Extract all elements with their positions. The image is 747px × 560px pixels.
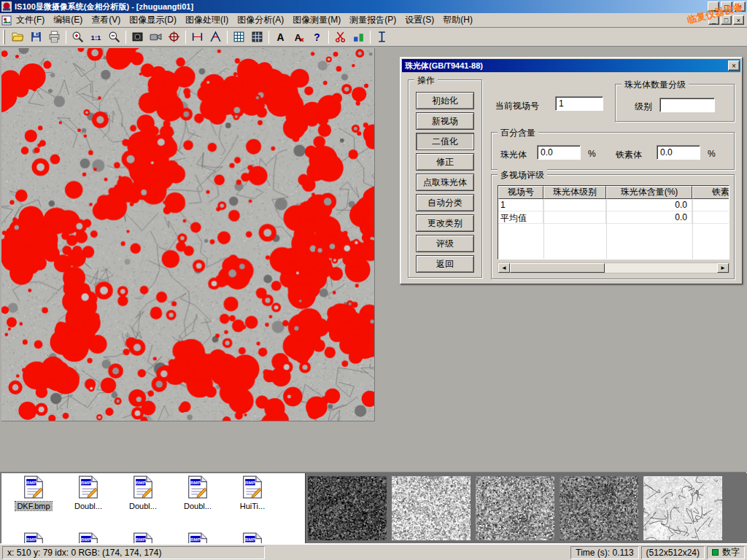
toolbar-separator [66,31,66,44]
op-button-return[interactable]: 返回 [416,255,474,273]
tool-help-button[interactable]: ? [308,29,326,45]
table-row-1[interactable]: 10.0 [498,199,729,211]
op-button-pick-pearlite[interactable]: 点取珠光体 [416,174,474,191]
menu-item-5[interactable]: 图像处理(I) [181,13,233,26]
file-item-Doubl...[interactable]: BMPDoubl... [62,475,115,511]
file-item-Doubl...[interactable]: BMPDoubl... [117,475,169,511]
micrograph-thumbnail-1[interactable] [308,476,387,540]
app-icon [1,1,12,12]
table-hscrollbar[interactable]: ◄ ► [498,262,729,273]
tool-target-button[interactable] [165,29,183,45]
table-cell [543,211,606,224]
tool-cut-button[interactable] [331,29,349,45]
file-item-clipped[interactable]: BMP [171,532,224,543]
tool-grid-button[interactable] [230,29,248,45]
cut-icon [334,31,347,43]
toolbar-separator [227,31,228,44]
tool-open-button[interactable] [9,29,27,45]
scroll-right-icon[interactable]: ► [717,263,729,273]
tool-save-button[interactable] [27,29,45,45]
scroll-left-icon[interactable]: ◄ [498,263,510,273]
print-icon [48,31,61,43]
toolbar-separator [268,31,269,44]
op-button-binarize[interactable]: 二值化 [416,133,474,150]
grade-group-label: 珠光体数量分级 [622,79,689,91]
menu-item-3[interactable]: 查看(V) [87,13,125,26]
op-button-new-field[interactable]: 新视场 [416,112,474,130]
file-item-clipped[interactable]: BMP [62,532,115,543]
tool-zoom-out-button[interactable] [105,29,123,45]
menu-item-1[interactable]: 文件(F) [12,13,49,26]
current-field-label: 当前视场号 [495,100,539,112]
tool-measure-angle-button[interactable] [206,29,225,45]
grade-input[interactable] [659,98,715,112]
svg-text:BMP: BMP [26,537,36,542]
scroll-track[interactable] [510,263,717,273]
svg-text:BMP: BMP [190,537,201,542]
menu-item-8[interactable]: 测量报告(P) [345,13,400,26]
mdi-close-button[interactable]: × [733,15,744,25]
menu-item-9[interactable]: 设置(S) [400,13,438,26]
file-item-clipped[interactable]: BMP [226,532,279,543]
dialog-close-button[interactable]: × [728,61,740,71]
cursor-status: x: 510 y: 79 idx: 0 RGB: (174, 174, 174) [2,546,265,559]
scroll-thumb[interactable] [510,263,605,273]
operation-group: 操作 初始化新视场二值化修正点取珠光体自动分类更改类别评级返回 [408,79,482,278]
dialog-title-bar[interactable]: 珠光体(GB/T9441-88) × [402,59,740,72]
micrograph-thumbnail-2[interactable] [392,476,471,540]
toolbar-grip[interactable] [3,30,5,44]
file-item-clipped[interactable]: BMP [7,532,60,543]
file-item-Doubl...[interactable]: BMPDoubl... [171,475,224,511]
tool-print-button[interactable] [45,29,63,45]
menu-item-7[interactable]: 图像测量(M) [288,13,345,26]
op-button-init[interactable]: 初始化 [416,92,474,109]
op-button-correct[interactable]: 修正 [416,153,474,171]
toolbar-separator [125,31,126,44]
svg-text:BMP: BMP [245,480,255,485]
tool-zoom-in-button[interactable] [69,29,87,45]
file-name: DKF.bmp [15,502,51,510]
tool-measure-h-button[interactable] [188,29,206,45]
tool-capture-button[interactable] [128,29,147,45]
tool-text-button[interactable]: A [271,29,290,45]
table-row-2[interactable]: 平均值0.0 [498,211,729,224]
file-item-clipped[interactable]: BMP [117,532,169,543]
table-header-row: 视场号珠光体级别珠光体含量(%)铁素 [498,186,729,199]
open-icon [12,31,24,43]
tool-marker-button[interactable] [349,29,368,45]
table-col-1: 视场号 [498,186,543,199]
file-item-HuiTi...[interactable]: BMPHuiTi... [226,475,279,511]
tool-font-button[interactable]: A [290,29,308,45]
camera-icon [150,31,162,43]
micrograph-thumbnail-3[interactable] [476,476,554,540]
file-item-DKF.bmp[interactable]: BMPDKF.bmp [7,475,60,511]
ferrite-percent-label: 铁素体 [616,149,642,161]
ferrite-percent-input[interactable] [657,145,700,160]
pearlite-percent-input[interactable] [537,145,581,160]
op-button-change-class[interactable]: 更改类别 [416,214,474,232]
grade-group: 珠光体数量分级 级别 [615,84,735,122]
toolbar-separator [185,31,186,44]
op-button-rate[interactable]: 评级 [416,235,474,252]
multi-field-table[interactable]: 视场号珠光体级别珠光体含量(%)铁素 10.0平均值0.0 [498,185,729,260]
op-button-auto-classify[interactable]: 自动分类 [416,194,474,211]
file-browser-panel: BMPDKF.bmpBMPDoubl...BMPDoubl...BMPDoubl… [0,472,747,544]
micrograph-thumbnail-4[interactable] [560,476,638,540]
file-name: HuiTi... [239,502,266,510]
menu-item-2[interactable]: 编辑(E) [49,13,87,26]
current-field-input[interactable] [555,96,603,111]
tool-camera-button[interactable] [147,29,165,45]
menu-item-4[interactable]: 图像显示(D) [125,13,181,26]
tool-gauge-button[interactable] [373,29,391,45]
table-col-3: 珠光体含量(%) [606,186,692,199]
menu-item-6[interactable]: 图像分析(A) [233,13,288,26]
table-cell [543,199,606,211]
micrograph-thumbnail-5[interactable] [643,476,722,540]
micrograph-image[interactable] [1,48,375,421]
table-col-4: 铁素 [692,186,729,199]
toolbar: 1:1AA? [0,28,747,47]
tool-grid-dark-button[interactable] [248,29,266,45]
tool-actual-size-button[interactable]: 1:1 [87,29,105,45]
mdi-child-icon[interactable] [1,15,12,26]
menu-item-10[interactable]: 帮助(H) [438,13,477,26]
